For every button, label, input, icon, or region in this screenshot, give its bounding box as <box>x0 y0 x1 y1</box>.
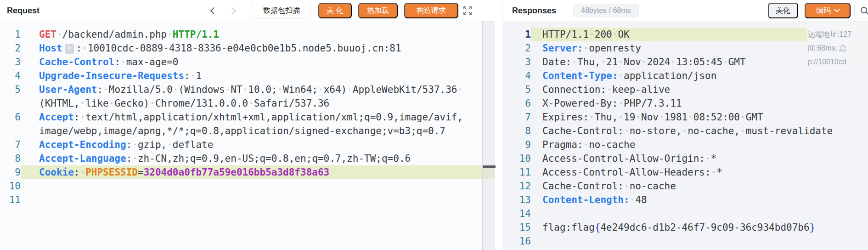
request-panel-title: Request <box>7 0 39 21</box>
code-text: User-Agent:·Mozilla/5.0·(Windows·NT·10.0… <box>21 83 495 97</box>
code-text <box>531 207 868 221</box>
response-panel-title: Responses <box>512 0 556 21</box>
toolbar-header: Request 数据包扫描 美 化 热加载 构造请求 Responses 48b… <box>0 0 868 21</box>
code-line[interactable]: 5User-Agent:·Mozilla/5.0·(Windows·NT·10.… <box>0 83 495 97</box>
fullscreen-button[interactable] <box>462 5 473 18</box>
line-number: 2 <box>0 41 21 55</box>
line-number: 5 <box>502 83 531 97</box>
code-line[interactable]: 8Cache-Control:·no-store,·no-cache,·must… <box>502 124 868 138</box>
code-text: X-Powered-By:·PHP/7.3.11 <box>531 97 868 110</box>
code-text: Expires:·Thu,·19·Nov·1981·08:52:00·GMT <box>531 110 868 124</box>
request-editor[interactable]: 1GET·/backend/admin.php·HTTP/1.12Host?:·… <box>0 21 495 250</box>
code-line[interactable]: 1GET·/backend/admin.php·HTTP/1.1 <box>0 28 495 41</box>
packet-scan-button[interactable]: 数据包扫描 <box>252 3 311 18</box>
line-number: 4 <box>502 69 531 83</box>
code-text: Access-Control-Allow-Origin:·* <box>531 152 868 165</box>
encode-dropdown-button[interactable]: 编码 <box>805 3 851 18</box>
code-line[interactable]: 11 <box>0 193 495 207</box>
line-number: 4 <box>0 69 21 83</box>
line-number: 7 <box>502 110 531 124</box>
code-line[interactable]: 6X-Powered-By:·PHP/7.3.11 <box>502 97 868 110</box>
code-text: Cookie:·PHPSESSID=3204d0a0fb77a59e016bb5… <box>21 165 495 179</box>
line-number: 6 <box>502 97 531 110</box>
code-text: Host?:·10010cdc-0889-4318-8336-e04e0cb0e… <box>21 41 495 55</box>
request-overview-ruler[interactable] <box>482 21 495 250</box>
line-number: 10 <box>0 179 21 193</box>
line-number: 9 <box>502 138 531 152</box>
response-info-overlay: 远端地址:127间:68ms; 总p://10010cd <box>807 21 868 70</box>
line-number: 1 <box>0 28 21 41</box>
encode-dropdown-label: 编码 <box>816 6 831 16</box>
line-number: 8 <box>0 152 21 165</box>
code-text: (KHTML,·like·Gecko)·Chrome/131.0.0.0·Saf… <box>21 97 495 110</box>
code-text: Accept:·text/html,application/xhtml+xml,… <box>21 110 495 124</box>
code-line[interactable]: 8Accept-Language:·zh-CN,zh;q=0.9,en-US;q… <box>0 152 495 165</box>
code-line[interactable]: 15flag:flag{4e249dc6-d1b2-46f7-9c09-36c9… <box>502 221 868 234</box>
code-line[interactable]: 9Cookie:·PHPSESSID=3204d0a0fb77a59e016bb… <box>0 165 495 179</box>
line-number: 16 <box>502 234 531 248</box>
code-text <box>21 193 495 207</box>
overlay-line: p://10010cd <box>808 55 868 69</box>
code-line[interactable]: 14 <box>502 207 868 221</box>
code-line[interactable]: 4Upgrade-Insecure-Requests:·1 <box>0 69 495 83</box>
code-text: Upgrade-Insecure-Requests:·1 <box>21 69 495 83</box>
code-line[interactable]: 7Expires:·Thu,·19·Nov·1981·08:52:00·GMT <box>502 110 868 124</box>
cursor-position-marker <box>483 165 496 168</box>
line-number: 1 <box>502 28 531 41</box>
code-line[interactable]: 3Cache-Control:·max-age=0 <box>0 55 495 69</box>
code-text: GET·/backend/admin.php·HTTP/1.1 <box>21 28 495 41</box>
code-line[interactable]: 9Pragma:·no-cache <box>502 138 868 152</box>
code-text: Content-Length:·48 <box>531 193 868 207</box>
line-number: 15 <box>502 221 531 234</box>
fullscreen-icon <box>462 5 473 16</box>
line-number: 9 <box>0 165 21 179</box>
code-line[interactable]: 11Access-Control-Allow-Headers:·* <box>502 165 868 179</box>
code-text <box>531 234 868 248</box>
code-line[interactable]: 7Accept-Encoding:·gzip,·deflate <box>0 138 495 152</box>
code-text: image/webp,image/apng,*/*;q=0.8,applicat… <box>21 124 495 138</box>
line-number: 7 <box>0 138 21 152</box>
line-number: 3 <box>0 55 21 69</box>
line-number: 6 <box>0 110 21 124</box>
code-line[interactable]: 13Content-Length:·48 <box>502 193 868 207</box>
code-text: Content-Type:·application/json <box>531 69 868 83</box>
line-number: 3 <box>502 55 531 69</box>
overlay-line: 间:68ms; 总 <box>808 41 868 55</box>
http-history-detail: { "request_panel": { "title": "Request",… <box>0 0 868 250</box>
code-text: flag:flag{4e249dc6-d1b2-46f7-9c09-36c934… <box>531 221 868 234</box>
code-line[interactable]: 10Access-Control-Allow-Origin:·* <box>502 152 868 165</box>
code-text: Connection:·keep-alive <box>531 83 868 97</box>
history-forward-button[interactable] <box>227 5 239 17</box>
chevron-left-icon <box>210 7 217 14</box>
code-line[interactable]: 12Cache-Control:·no-cache <box>502 179 868 193</box>
code-line[interactable]: 6Accept:·text/html,application/xhtml+xml… <box>0 110 495 124</box>
code-line[interactable]: 5Connection:·keep-alive <box>502 83 868 97</box>
code-line[interactable]: image/webp,image/apng,*/*;q=0.8,applicat… <box>0 124 495 138</box>
beautify-request-button[interactable]: 美 化 <box>318 3 352 18</box>
code-line[interactable]: 2Host?:·10010cdc-0889-4318-8336-e04e0cb0… <box>0 41 495 55</box>
panel-divider <box>502 0 502 21</box>
search-icon <box>860 6 868 15</box>
line-number <box>0 97 21 110</box>
chevron-down-icon <box>834 6 840 12</box>
response-size-time-badge: 48bytes / 68ms <box>573 4 639 17</box>
build-request-button[interactable]: 构造请求 <box>404 3 458 18</box>
code-text: Cache-Control:·max-age=0 <box>21 55 495 69</box>
line-number: 8 <box>502 124 531 138</box>
search-button[interactable] <box>854 3 868 18</box>
code-line[interactable]: (KHTML,·like·Gecko)·Chrome/131.0.0.0·Saf… <box>0 97 495 110</box>
hot-reload-button[interactable]: 热加载 <box>358 3 398 18</box>
line-number: 11 <box>502 165 531 179</box>
code-line[interactable]: 16 <box>502 234 868 248</box>
code-text: Pragma:·no-cache <box>531 138 868 152</box>
host-hint-badge[interactable]: ? <box>65 44 74 54</box>
history-back-button[interactable] <box>207 5 219 17</box>
line-number: 5 <box>0 83 21 97</box>
code-text <box>21 179 495 193</box>
beautify-response-button[interactable]: 美化 <box>768 3 798 18</box>
code-line[interactable]: 4Content-Type:·application/json <box>502 69 868 83</box>
line-number: 11 <box>0 193 21 207</box>
code-text: Cache-Control:·no-cache <box>531 179 868 193</box>
code-line[interactable]: 10 <box>0 179 495 193</box>
line-number: 10 <box>502 152 531 165</box>
